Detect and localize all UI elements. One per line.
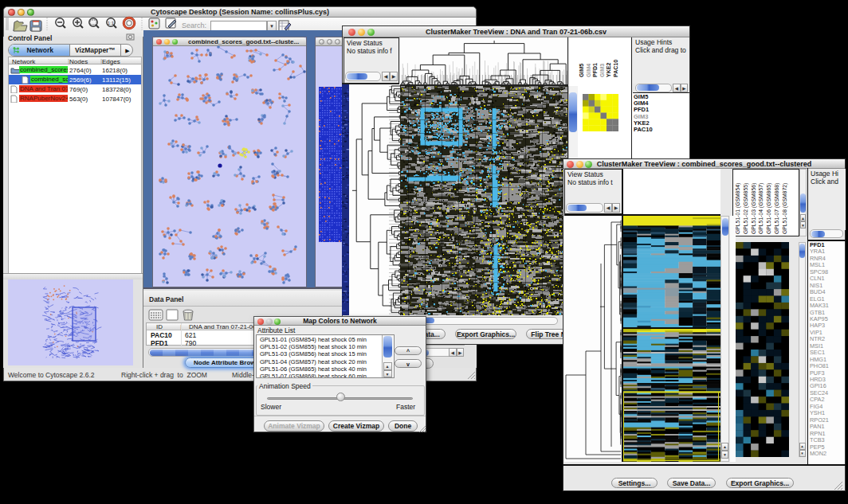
svg-text:1:1: 1:1 bbox=[108, 21, 115, 25]
